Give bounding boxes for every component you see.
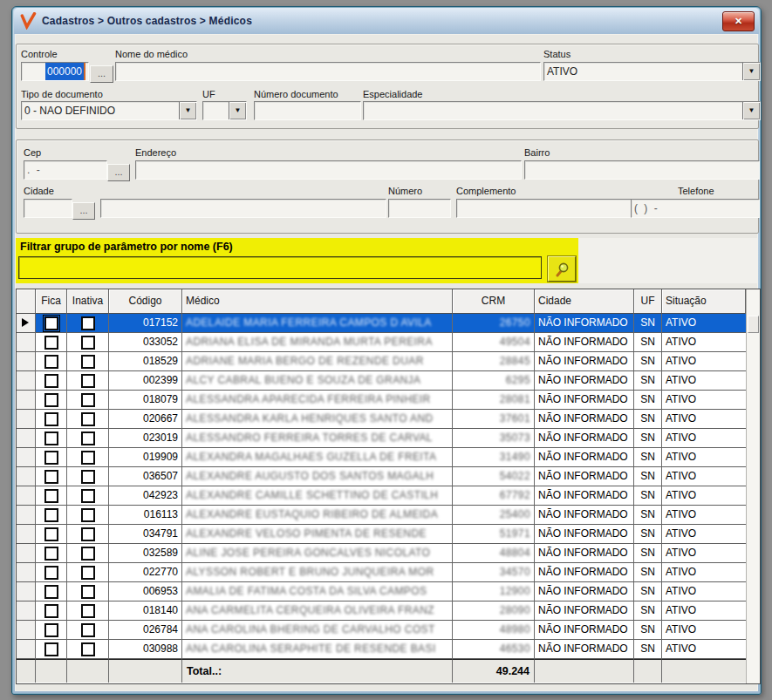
inativa-checkbox[interactable] xyxy=(81,470,95,484)
table-row[interactable]: 017152ADELAIDE MARIA FERREIRA CAMPOS D A… xyxy=(17,314,746,333)
chevron-down-icon[interactable]: ▼ xyxy=(742,63,760,80)
table-row[interactable]: 026784ANA CAROLINA BHERING DE CARVALHO C… xyxy=(17,621,746,640)
column-header-uf[interactable]: UF xyxy=(634,289,662,314)
inativa-checkbox[interactable] xyxy=(81,374,95,388)
inativa-checkbox[interactable] xyxy=(81,604,95,618)
column-header-médico[interactable]: Médico xyxy=(182,289,453,314)
total-label: Total..: xyxy=(182,659,453,683)
numero-documento-input[interactable] xyxy=(254,101,361,120)
inativa-checkbox[interactable] xyxy=(81,585,95,599)
row-indicator-cell xyxy=(17,544,36,563)
inativa-checkbox[interactable] xyxy=(81,566,95,580)
fica-checkbox[interactable] xyxy=(44,547,58,561)
fica-checkbox[interactable] xyxy=(44,527,58,541)
table-row[interactable]: 016113ALEXANDRE EUSTAQUIO RIBEIRO DE ALM… xyxy=(17,506,746,525)
table-row[interactable]: 020667ALESSANDRA KARLA HENRIQUES SANTO A… xyxy=(17,410,746,429)
cell-medico: AMALIA DE FATIMA COSTA DA SILVA CAMPOS xyxy=(182,582,453,601)
inativa-checkbox[interactable] xyxy=(81,432,95,445)
table-row[interactable]: 030988ANA CAROLINA SERAPHITE DE RESENDE … xyxy=(17,640,746,659)
title-bar[interactable]: Cadastros > Outros cadastros > Médicos ✕ xyxy=(14,8,759,34)
fica-checkbox[interactable] xyxy=(44,412,58,426)
chevron-down-icon[interactable]: ▼ xyxy=(742,102,760,119)
table-row[interactable]: 019909ALEXANDRA MAGALHAES GUZELLA DE FRE… xyxy=(17,448,746,467)
inativa-checkbox[interactable] xyxy=(81,355,95,369)
column-header-fica[interactable]: Fica xyxy=(36,289,67,314)
chevron-down-icon[interactable]: ▼ xyxy=(229,102,246,119)
chevron-down-icon[interactable]: ▼ xyxy=(179,102,196,119)
cidade-browse-button[interactable]: ... xyxy=(72,202,95,220)
cell-medico: ALEXANDRE VELOSO PIMENTA DE RESENDE xyxy=(182,525,453,544)
column-header-inativa[interactable]: Inativa xyxy=(67,289,109,314)
inativa-checkbox[interactable] xyxy=(81,316,95,330)
inativa-checkbox[interactable] xyxy=(81,508,95,522)
table-row[interactable]: 002399ALCY CABRAL BUENO E SOUZA DE GRANJ… xyxy=(17,371,746,391)
close-button[interactable]: ✕ xyxy=(722,11,755,31)
filter-input[interactable] xyxy=(18,256,542,279)
cep-input[interactable]: . - xyxy=(24,160,107,180)
column-header-indicator[interactable] xyxy=(17,289,36,314)
fica-checkbox[interactable] xyxy=(44,355,58,369)
nome-medico-input[interactable] xyxy=(115,62,541,81)
fica-checkbox[interactable] xyxy=(44,585,58,599)
main-form-panel: Controle 000000 ... Nome do médico Statu… xyxy=(16,44,759,129)
inativa-checkbox[interactable] xyxy=(81,547,95,561)
inativa-checkbox[interactable] xyxy=(81,527,95,541)
cidade-codigo-input[interactable] xyxy=(24,199,72,218)
fica-checkbox[interactable] xyxy=(44,451,58,465)
inativa-checkbox[interactable] xyxy=(81,623,95,637)
fica-checkbox[interactable] xyxy=(44,470,58,484)
inativa-checkbox[interactable] xyxy=(81,489,95,503)
status-select[interactable]: ATIVO ▼ xyxy=(543,62,761,81)
cidade-nome-input[interactable] xyxy=(100,199,386,218)
fica-checkbox[interactable] xyxy=(44,566,58,580)
scrollbar-thumb[interactable] xyxy=(748,316,759,333)
column-header-crm[interactable]: CRM xyxy=(453,289,535,314)
column-header-situação[interactable]: Situação xyxy=(662,289,746,314)
fica-checkbox[interactable] xyxy=(44,374,58,388)
fica-checkbox-cell xyxy=(36,410,67,429)
inativa-checkbox[interactable] xyxy=(81,393,95,407)
telefone-input[interactable]: ( ) - xyxy=(631,199,760,218)
table-row[interactable]: 032589ALINE JOSE PEREIRA GONCALVES NICOL… xyxy=(17,544,746,563)
fica-checkbox[interactable] xyxy=(44,489,58,503)
controle-browse-button[interactable]: ... xyxy=(90,65,113,83)
inativa-checkbox[interactable] xyxy=(81,412,95,426)
fica-checkbox-cell xyxy=(36,621,67,640)
search-button[interactable] xyxy=(548,256,576,282)
especialidade-select[interactable]: ▼ xyxy=(363,101,761,120)
table-row[interactable]: 018140ANA CARMELITA CERQUEIRA OLIVEIRA F… xyxy=(17,601,746,621)
table-row[interactable]: 042923ALEXANDRE CAMILLE SCHETTINO DE CAS… xyxy=(17,486,746,506)
table-row[interactable]: 036507ALEXANDRE AUGUSTO DOS SANTOS MAGAL… xyxy=(17,467,746,486)
vertical-scrollbar[interactable] xyxy=(746,289,760,683)
table-row[interactable]: 018529ADRIANE MARIA BERGO DE REZENDE DUA… xyxy=(17,352,746,371)
column-header-código[interactable]: Código xyxy=(109,289,182,314)
fica-checkbox[interactable] xyxy=(44,432,58,445)
inativa-checkbox[interactable] xyxy=(81,336,95,350)
fica-checkbox[interactable] xyxy=(44,623,58,637)
fica-checkbox[interactable] xyxy=(44,604,58,618)
inativa-checkbox[interactable] xyxy=(81,642,95,656)
fica-checkbox[interactable] xyxy=(44,642,58,656)
complemento-input[interactable] xyxy=(456,199,632,218)
numero-input[interactable] xyxy=(388,199,451,218)
table-row[interactable]: 023019ALESSANDRO FERREIRA TORRES DE CARV… xyxy=(17,429,746,448)
fica-checkbox[interactable] xyxy=(44,508,58,522)
fica-checkbox[interactable] xyxy=(44,336,58,350)
inativa-checkbox[interactable] xyxy=(81,451,95,465)
table-row[interactable]: 033052ADRIANA ELISA DE MIRANDA MURTA PER… xyxy=(17,333,746,352)
table-row[interactable]: 022770ALYSSON ROBERT E BRUNO JUNQUEIRA M… xyxy=(17,563,746,582)
cep-label: Cep xyxy=(24,147,41,158)
cep-browse-button[interactable]: ... xyxy=(107,164,130,181)
table-row[interactable]: 034791ALEXANDRE VELOSO PIMENTA DE RESEND… xyxy=(17,525,746,544)
table-row[interactable]: 006953AMALIA DE FATIMA COSTA DA SILVA CA… xyxy=(17,582,746,601)
controle-input[interactable]: 000000 xyxy=(21,62,89,81)
fica-checkbox[interactable] xyxy=(44,393,58,407)
uf-select[interactable]: ▼ xyxy=(202,101,247,120)
bairro-input[interactable] xyxy=(524,160,760,180)
table-row[interactable]: 018079ALESSANDRA APARECIDA FERREIRA PINH… xyxy=(17,391,746,410)
column-header-cidade[interactable]: Cidade xyxy=(535,289,634,314)
endereco-input[interactable] xyxy=(135,160,522,180)
tipo-documento-select[interactable]: 0 - NAO DEFINIDO ▼ xyxy=(21,101,197,120)
fica-checkbox[interactable] xyxy=(44,316,58,330)
redacted-name: ALEXANDRE VELOSO PIMENTA DE RESENDE xyxy=(186,527,427,540)
